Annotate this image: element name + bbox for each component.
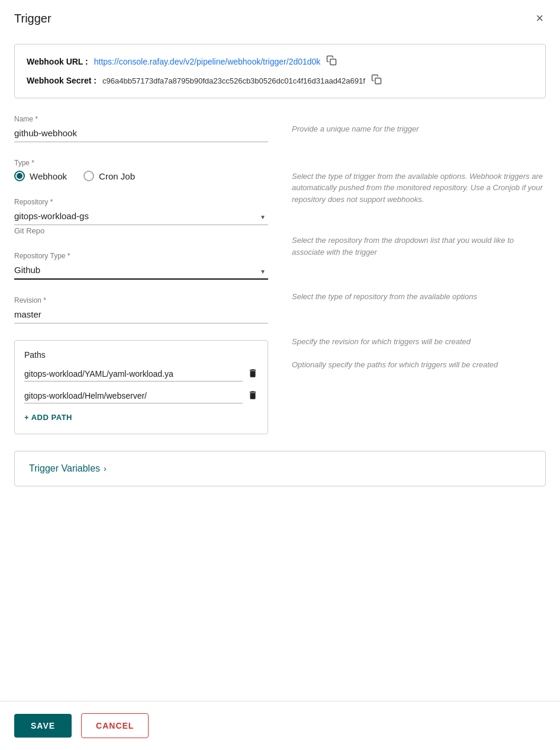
path-input-1[interactable] — [24, 367, 243, 382]
revision-input[interactable] — [14, 307, 268, 323]
revision-label: Revision * — [14, 296, 268, 305]
chevron-right-icon: › — [104, 464, 107, 473]
trigger-variables-section: Trigger Variables › — [14, 451, 546, 486]
webhook-url-label: Webhook URL : — [27, 57, 88, 66]
add-path-button[interactable]: + ADD PATH — [24, 411, 72, 424]
repository-field-group: Repository * gitops-workload-gs Git Repo — [14, 198, 268, 235]
close-button[interactable]: × — [533, 11, 546, 26]
path-input-2[interactable] — [24, 389, 243, 403]
webhook-radio-circle — [14, 171, 25, 181]
dialog-body: Webhook URL : https://console.rafay.dev/… — [0, 34, 560, 701]
delete-path-2-icon[interactable] — [247, 390, 258, 403]
dialog-footer: SAVE CANCEL — [0, 701, 560, 750]
copy-url-icon[interactable] — [326, 55, 337, 68]
name-field-group: Name * — [14, 115, 268, 142]
name-hint-group: Provide a unique name for the trigger — [292, 123, 546, 135]
repository-type-select-wrapper: Github — [14, 262, 268, 280]
repository-type-hint: Select the type of repository from the a… — [292, 291, 546, 303]
repository-hint-group: Select the repository from the dropdown … — [292, 235, 546, 258]
trigger-variables-link[interactable]: Trigger Variables › — [29, 463, 531, 474]
repository-type-select[interactable]: Github — [14, 262, 268, 280]
path-row-1 — [24, 367, 258, 382]
name-input[interactable] — [14, 126, 268, 142]
path-row-2 — [24, 389, 258, 403]
delete-path-1-icon[interactable] — [247, 368, 258, 381]
trigger-dialog: Trigger × Webhook URL : https://console.… — [0, 0, 560, 750]
repository-type-hint-group: Select the type of repository from the a… — [292, 291, 546, 303]
repository-subtype: Git Repo — [14, 226, 268, 235]
type-label: Type * — [14, 159, 268, 167]
webhook-secret-label: Webhook Secret : — [27, 76, 96, 85]
trigger-variables-label: Trigger Variables — [29, 463, 100, 474]
cronjob-radio-circle — [83, 171, 94, 181]
cancel-button[interactable]: CANCEL — [81, 713, 149, 738]
webhook-url-value: https://console.rafay.dev/v2/pipeline/we… — [94, 57, 321, 66]
webhook-secret-value: c96a4bb57173dfa7a8795b90fda23cc526cb3b05… — [102, 76, 365, 85]
form-left: Name * Type * Webhook — [14, 115, 268, 451]
type-radio-group: Webhook Cron Job — [14, 171, 268, 181]
svg-rect-0 — [330, 59, 336, 65]
paths-title: Paths — [24, 350, 258, 360]
copy-secret-icon[interactable] — [371, 74, 382, 87]
repository-label: Repository * — [14, 198, 268, 206]
repository-select[interactable]: gitops-workload-gs — [14, 209, 268, 225]
repository-hint: Select the repository from the dropdown … — [292, 235, 546, 258]
dialog-title: Trigger — [14, 12, 52, 25]
paths-hint-group: Optionally specify the paths for which t… — [292, 359, 546, 371]
repository-type-field-group: Repository Type * Github — [14, 252, 268, 280]
form-layout: Name * Type * Webhook — [14, 115, 546, 451]
repository-select-wrapper: gitops-workload-gs — [14, 209, 268, 225]
cronjob-radio-label: Cron Job — [99, 171, 135, 181]
webhook-info-box: Webhook URL : https://console.rafay.dev/… — [14, 44, 546, 98]
name-hint: Provide a unique name for the trigger — [292, 123, 546, 135]
webhook-secret-row: Webhook Secret : c96a4bb57173dfa7a8795b9… — [27, 74, 533, 87]
revision-hint-group: Specify the revision for which triggers … — [292, 336, 546, 348]
type-field-group: Type * Webhook Cron Job — [14, 159, 268, 181]
form-right: Provide a unique name for the trigger Se… — [292, 115, 546, 451]
revision-hint: Specify the revision for which triggers … — [292, 336, 546, 348]
cronjob-radio-option[interactable]: Cron Job — [83, 171, 135, 181]
type-hint: Select the type of trigger from the avai… — [292, 171, 546, 206]
webhook-radio-label: Webhook — [30, 171, 67, 181]
revision-field-group: Revision * — [14, 296, 268, 323]
repository-type-label: Repository Type * — [14, 252, 268, 260]
paths-box: Paths + ADD PATH — [14, 340, 268, 434]
paths-hint: Optionally specify the paths for which t… — [292, 359, 546, 371]
dialog-header: Trigger × — [0, 0, 560, 34]
webhook-url-row: Webhook URL : https://console.rafay.dev/… — [27, 55, 533, 68]
save-button[interactable]: SAVE — [14, 714, 72, 738]
name-label: Name * — [14, 115, 268, 123]
webhook-radio-option[interactable]: Webhook — [14, 171, 67, 181]
type-hint-group: Select the type of trigger from the avai… — [292, 171, 546, 206]
svg-rect-1 — [375, 78, 381, 84]
